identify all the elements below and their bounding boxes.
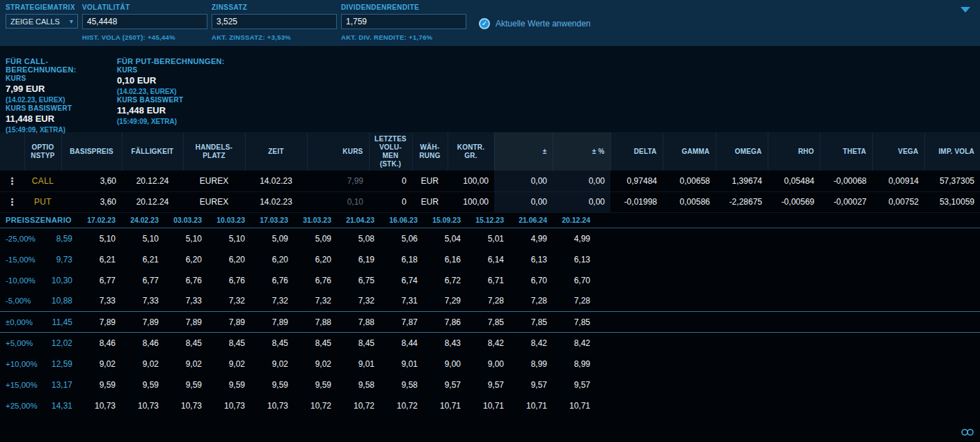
option-cell: 3,60 — [61, 191, 122, 212]
option-column-header: OPTIO NSTYP — [24, 132, 61, 171]
scenario-value-cell: 8,45 — [163, 333, 206, 354]
scenario-value-cell: 6,70 — [551, 270, 594, 291]
scenario-value-cell: 10,71 — [422, 395, 465, 416]
scenario-value-cell: 7,89 — [77, 312, 120, 333]
scenario-value-cell: 8,42 — [465, 333, 508, 354]
scenario-pct-cell: +10,00% — [0, 354, 43, 374]
option-cell: 20.12.24 — [122, 191, 183, 212]
scenario-value-cell: 6,72 — [422, 270, 465, 291]
option-cell: EUR — [412, 191, 448, 212]
strategiematrix-field: STRATEGIEMATRIX ZEIGE CALLS ▾ — [6, 3, 78, 46]
scenario-value-cell: 7,89 — [206, 312, 249, 333]
scenario-value-cell: 7,33 — [120, 291, 163, 312]
zinssatz-input[interactable] — [212, 14, 337, 29]
put-quote-info: FÜR PUT-BERECHNUNGEN: KURS 0,10 EUR (14.… — [117, 57, 228, 132]
option-cell: CALL — [24, 171, 61, 191]
scenario-value-cell: 10,72 — [292, 395, 335, 416]
option-cell: -0,00027 — [820, 191, 872, 212]
scenario-pct-cell: +25,00% — [0, 395, 43, 416]
scenario-value-cell: 7,85 — [465, 312, 508, 333]
scenario-date-header: 15.12.23 — [465, 213, 508, 228]
scenario-value-cell: 7,88 — [335, 312, 379, 333]
scenario-value-cell: 7,28 — [508, 291, 551, 312]
call-kurs-detail: (14.02.23, EUREX) — [6, 96, 117, 104]
option-table-head-row: OPTIO NSTYPBASISPREISFÄLLIGKEITHANDELS- … — [0, 132, 980, 171]
scenario-value-cell: 9,02 — [77, 354, 120, 374]
scenario-value-cell: 9,59 — [206, 374, 249, 395]
option-cell: 0,05484 — [768, 171, 820, 191]
scenario-value-cell: 4,99 — [551, 228, 594, 249]
option-cell: 0,00752 — [872, 191, 924, 212]
apply-current-values-toggle[interactable]: ✓ Aktuelle Werte anwenden — [479, 16, 591, 31]
scenario-date-header: 17.03.23 — [249, 213, 292, 228]
link-widget-icon[interactable] — [961, 428, 974, 436]
scenario-value-cell: 7,32 — [292, 291, 335, 312]
option-cell: -2,28675 — [716, 191, 768, 212]
scenario-filler-cell — [594, 270, 980, 291]
scenario-value-cell: 9,01 — [335, 354, 379, 374]
volatilitaet-input[interactable] — [82, 14, 207, 29]
scenario-price-cell: 14,31 — [43, 395, 77, 416]
scenario-value-cell: 10,71 — [508, 395, 551, 416]
scenario-value-cell: 10,72 — [379, 395, 422, 416]
scenario-value-cell: 9,58 — [335, 374, 379, 395]
option-cell: 14.02.23 — [245, 171, 307, 191]
option-column-header: THETA — [820, 132, 872, 171]
scenario-value-cell: 9,59 — [163, 374, 206, 395]
scenario-value-cell: 7,33 — [77, 291, 120, 312]
dividendenrendite-hint: AKT. DIV. RENDITE: +1,76% — [341, 33, 466, 41]
scenario-value-cell: 8,99 — [508, 354, 551, 374]
volatilitaet-label: VOLATILITÄT — [82, 3, 207, 13]
check-circle-icon[interactable]: ✓ — [479, 18, 490, 29]
option-cell: 0,00 — [494, 171, 553, 191]
scenario-value-cell: 5,04 — [422, 228, 465, 249]
scenario-value-cell: 5,10 — [163, 228, 206, 249]
scenario-value-cell: 6,77 — [77, 270, 120, 291]
option-row-put[interactable]: ⋮PUT3,6020.12.24EUREX14.02.230,100EUR100… — [0, 191, 980, 212]
option-row-call[interactable]: ⋮CALL3,6020.12.24EUREX14.02.237,990EUR10… — [0, 171, 980, 191]
scenario-value-cell: 4,99 — [508, 228, 551, 249]
put-basiswert-detail: (15:49:09, XETRA) — [117, 118, 228, 125]
put-basiswert-label: KURS BASISWERT — [117, 96, 228, 104]
scenario-value-cell: 10,73 — [249, 395, 292, 416]
scenario-value-cell: 6,70 — [508, 270, 551, 291]
scenario-filler-cell — [594, 333, 980, 354]
scenario-value-cell: 7,29 — [422, 291, 465, 312]
scenario-value-cell: 8,45 — [292, 333, 335, 354]
strategiematrix-select[interactable]: ZEIGE CALLS ▾ — [6, 14, 78, 29]
scenario-price-cell: 8,59 — [43, 228, 77, 249]
scenario-price-cell: 11,45 — [43, 312, 77, 333]
option-column-header: ± % — [553, 132, 610, 171]
scenario-value-cell: 5,10 — [77, 228, 120, 249]
put-kurs-label: KURS — [117, 66, 228, 74]
scenario-price-cell: 10,30 — [43, 270, 77, 291]
collapse-panel-caret-icon[interactable] — [961, 7, 970, 13]
dividendenrendite-input[interactable] — [341, 14, 466, 29]
option-menu-column-header — [0, 132, 24, 171]
scenario-price-cell: 13,17 — [43, 374, 77, 395]
call-quote-info: FÜR CALL-BERECHNUNGEN: KURS 7,99 EUR (14… — [6, 57, 117, 132]
scenario-value-cell: 9,57 — [422, 374, 465, 395]
scenario-price-cell: 9,73 — [43, 249, 77, 270]
scenario-value-cell: 5,10 — [120, 228, 163, 249]
option-cell: 100,00 — [448, 191, 494, 212]
option-cell: 0,00 — [553, 191, 610, 212]
scenario-value-cell: 6,20 — [206, 249, 249, 270]
scenario-value-cell: 9,58 — [379, 374, 422, 395]
scenario-value-cell: 10,72 — [335, 395, 379, 416]
call-info-title: FÜR CALL-BERECHNUNGEN: — [6, 57, 117, 74]
row-menu-icon[interactable]: ⋮ — [8, 196, 17, 207]
option-column-header: KURS — [307, 132, 369, 171]
option-cell: 57,37305 — [924, 171, 980, 191]
option-column-header: FÄLLIGKEIT — [122, 132, 183, 171]
scenario-row: +5,00%12,028,468,468,458,458,458,458,458… — [0, 333, 980, 354]
scenario-value-cell: 6,18 — [379, 249, 422, 270]
scenario-filler-cell — [594, 374, 980, 395]
scenario-value-cell: 7,88 — [292, 312, 335, 333]
row-menu-icon[interactable]: ⋮ — [8, 175, 17, 187]
scenario-date-header: 16.06.23 — [379, 213, 422, 228]
option-column-header: VEGA — [872, 132, 924, 171]
scenario-value-cell: 7,33 — [163, 291, 206, 312]
option-cell: 3,60 — [61, 171, 122, 191]
option-column-header: IMP. VOLA — [924, 132, 980, 171]
